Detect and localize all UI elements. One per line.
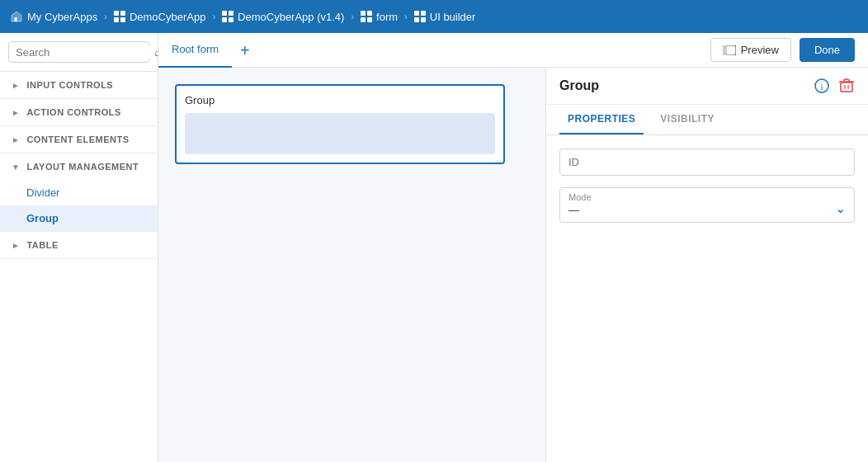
svg-text:i: i [820,82,823,92]
topbar: My CyberApps › DemoCyberApp › DemoCyberA… [0,0,868,33]
right-panel-title: Group [559,78,599,93]
preview-button[interactable]: Preview [710,38,791,62]
search-bar: ⌕ [0,33,158,72]
right-panel: Group i [546,68,868,462]
field-group-mode: Mode — Horizontal Vertical ⌄ [559,187,855,223]
sidebar-section-content-elements: ► CONTENT ELEMENTS [0,126,158,153]
sidebar-item-group[interactable]: Group [0,205,158,231]
svg-rect-5 [841,82,852,92]
chevron-right-icon: ► [12,81,20,90]
topbar-label-1: DemoCyberApp [130,11,206,23]
delete-icon [838,78,855,94]
sidebar-section-label-layout-management: LAYOUT MANAGEMENT [26,162,139,172]
panel-body: Mode — Horizontal Vertical ⌄ [546,135,868,236]
topbar-item-home[interactable]: My CyberApps [10,10,97,23]
breadcrumb-sep-1: › [104,12,107,21]
chevron-right-icon-5: ► [12,241,20,250]
chevron-right-icon-2: ► [12,108,20,117]
breadcrumb-sep-2: › [212,12,215,21]
panel-tab-visibility[interactable]: VISIBILITY [652,105,723,134]
panel-tab-visibility-label: VISIBILITY [660,113,715,125]
panel-tab-properties[interactable]: PROPERTIES [559,105,644,134]
toolbar-actions: Preview Done [710,38,868,62]
canvas-tab-root-form-label: Root form [172,43,219,55]
topbar-label-3: form [376,11,398,23]
sidebar-section-header-table[interactable]: ► TABLE [0,232,158,258]
id-input[interactable] [559,148,855,176]
grid-icon-2 [222,11,234,22]
sidebar-section-action-controls: ► ACTION CONTROLS [0,99,158,126]
preview-icon [723,45,736,55]
right-panel-actions: i [814,78,855,94]
sidebar-section-header-action-controls[interactable]: ► ACTION CONTROLS [0,99,158,125]
canvas-area: Group [158,68,546,462]
info-button[interactable]: i [814,78,830,94]
sidebar: ⌕ ► INPUT CONTROLS ► ACTION CONTROLS [0,33,158,462]
home-icon [10,10,23,23]
topbar-item-form[interactable]: form [361,11,398,23]
breadcrumb-sep-4: › [404,12,408,21]
sidebar-section-table: ► TABLE [0,232,158,259]
panel-tabs: PROPERTIES VISIBILITY [546,105,868,135]
canvas-add-button[interactable]: + [232,42,258,59]
mode-select-wrapper: Mode — Horizontal Vertical ⌄ [559,187,855,223]
canvas-content[interactable]: Group [158,68,545,462]
field-group-id [559,148,855,176]
form-group-box[interactable]: Group [175,84,505,164]
sidebar-section-input-controls: ► INPUT CONTROLS [0,72,158,99]
canvas-tab-root-form[interactable]: Root form [158,33,232,68]
topbar-item-democyberapp-v14[interactable]: DemoCyberApp (v1.4) [222,11,344,23]
sidebar-section-label-table: TABLE [26,240,58,250]
sidebar-section-label-action-controls: ACTION CONTROLS [26,107,120,117]
grid-icon-3 [361,11,372,22]
sidebar-section-header-content-elements[interactable]: ► CONTENT ELEMENTS [0,126,158,153]
sidebar-section-header-layout-management[interactable]: ▼ LAYOUT MANAGEMENT [0,153,158,180]
search-input-wrapper[interactable]: ⌕ [8,41,149,63]
preview-label: Preview [741,44,779,56]
done-button[interactable]: Done [800,38,855,62]
add-icon: + [240,41,250,59]
breadcrumb-sep-3: › [351,12,354,21]
search-input[interactable] [16,46,154,59]
svg-rect-2 [723,45,727,55]
grid-icon-4 [414,11,426,22]
sidebar-section-header-input-controls[interactable]: ► INPUT CONTROLS [0,72,158,98]
chevron-down-icon: ▼ [12,163,20,172]
info-icon: i [814,78,830,94]
topbar-label-4: UI builder [430,11,476,23]
center-and-right: Root form + Preview Don [158,33,868,462]
form-group-label: Group [185,94,495,106]
panel-tab-properties-label: PROPERTIES [568,113,635,125]
topbar-item-democyberapp[interactable]: DemoCyberApp [114,11,206,23]
sidebar-section-layout-management: ▼ LAYOUT MANAGEMENT Divider Group [0,153,158,232]
page-wrapper: My CyberApps › DemoCyberApp › DemoCyberA… [0,0,868,462]
topbar-label-2: DemoCyberApp (v1.4) [238,11,344,23]
form-group-inner [185,113,495,154]
center-and-right-body: Group Group i [158,68,868,462]
mode-select[interactable]: — Horizontal Vertical [560,202,854,222]
delete-button[interactable] [838,78,855,94]
right-panel-header: Group i [546,68,868,105]
topbar-item-uibuilder[interactable]: UI builder [414,11,476,23]
svg-rect-0 [15,17,17,21]
sidebar-section-label-content-elements: CONTENT ELEMENTS [26,134,129,144]
sidebar-item-divider[interactable]: Divider [0,180,158,205]
mode-label: Mode [560,188,854,202]
sidebar-section-label-input-controls: INPUT CONTROLS [26,80,113,90]
canvas-header: Root form + Preview Don [158,33,868,68]
content-row: ⌕ ► INPUT CONTROLS ► ACTION CONTROLS [0,33,868,462]
topbar-home-label: My CyberApps [27,11,97,23]
done-label: Done [814,44,840,56]
grid-icon-1 [114,11,125,22]
chevron-right-icon-3: ► [12,135,20,144]
